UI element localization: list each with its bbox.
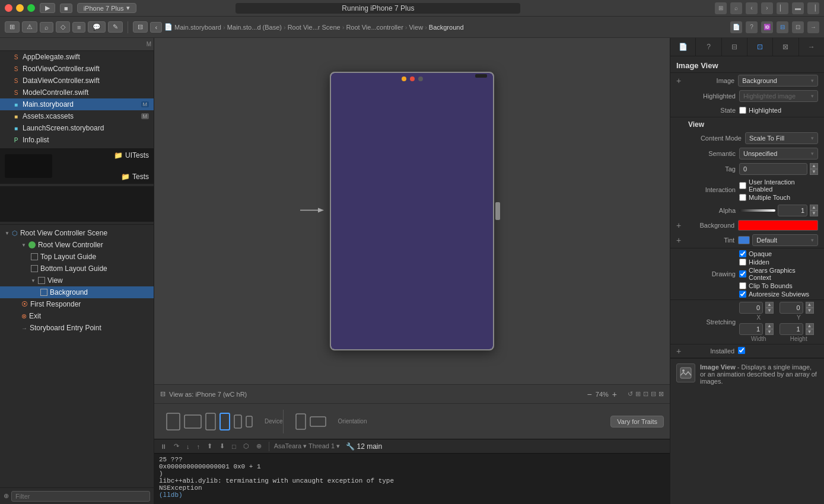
tab-connections[interactable]: → [799, 38, 824, 56]
constraints-icon[interactable]: ⊡ [643, 390, 648, 398]
expand-icon[interactable]: + [676, 76, 681, 85]
bottom-panel-icon[interactable]: ▬ [792, 2, 804, 14]
file-item[interactable]: ■ LaunchScreen.storyboard [0, 122, 154, 134]
breadcrumb-item-1[interactable]: Main.storyboard [174, 24, 221, 31]
debug-simulate-button[interactable]: ⊕ [254, 442, 264, 451]
tag-increment-button[interactable]: ▲ [810, 163, 818, 169]
grid-icon[interactable]: ⊞ [635, 390, 641, 398]
portrait-icon[interactable] [295, 413, 306, 430]
file-item[interactable]: S DataViewController.swift [0, 75, 154, 87]
connections-inspector-icon[interactable]: → [807, 21, 819, 33]
file-item-main-storyboard[interactable]: ■ Main.storyboard M [0, 98, 154, 110]
view-item[interactable]: ▼ View [0, 275, 154, 286]
file-inspector-icon[interactable]: 📄 [730, 21, 742, 33]
debug-step-over-button[interactable]: ↷ [171, 442, 182, 451]
bottom-layout-guide-item[interactable]: Bottom Layout Guide [0, 263, 154, 275]
tab-size[interactable]: ⊠ [773, 38, 798, 56]
breadcrumb-item-4[interactable]: Root Vie...controller [346, 24, 403, 31]
fullscreen-button[interactable] [27, 4, 35, 12]
alpha-increment-button[interactable]: ▲ [810, 205, 818, 210]
device-iphone-small-icon[interactable] [234, 414, 242, 429]
filter-input[interactable] [11, 491, 150, 502]
canvas-toggle-icon[interactable]: ⊟ [160, 390, 166, 398]
uitests-item[interactable]: 📁 UITests [114, 151, 149, 160]
root-view-controller-item[interactable]: ▼ Root View Controller [0, 239, 154, 251]
quick-help-icon[interactable]: ? [746, 21, 758, 33]
alpha-field[interactable] [778, 205, 807, 216]
zoom-out-button[interactable]: − [586, 390, 593, 399]
landscape-icon[interactable] [310, 416, 326, 427]
exit-item[interactable]: ⊗ Exit [0, 310, 154, 322]
debug-up-button[interactable]: ⬆ [205, 442, 215, 451]
tab-file-inspector[interactable]: 📄 [670, 38, 696, 56]
issues-button[interactable]: ⚠ [22, 21, 37, 33]
resize-handle[interactable] [495, 202, 500, 220]
tab-attributes[interactable]: ⊡ [747, 38, 773, 56]
tint-dropdown[interactable]: Default ▾ [752, 234, 818, 246]
stretch-height-decrement[interactable]: ▼ [806, 329, 814, 335]
stretch-height-field[interactable] [780, 323, 803, 335]
comment-button[interactable]: ✎ [108, 21, 123, 33]
alpha-slider[interactable] [739, 209, 775, 212]
autoresize-checkbox[interactable] [739, 291, 746, 298]
highlighted-dropdown[interactable]: Highlighted image ▾ [739, 90, 818, 102]
stretch-x-decrement[interactable]: ▼ [765, 308, 774, 314]
debug-pause-button[interactable]: ⏸ [158, 442, 169, 451]
right-panel-icon[interactable]: ▕ [807, 2, 819, 14]
multiple-touch-checkbox[interactable] [739, 194, 746, 201]
stretch-width-decrement[interactable]: ▼ [765, 329, 774, 335]
stretch-width-increment[interactable]: ▲ [765, 323, 774, 329]
top-layout-guide-item[interactable]: Top Layout Guide [0, 251, 154, 263]
vary-traits-button[interactable]: Vary for Traits [610, 416, 664, 428]
file-item[interactable]: S ModelController.swift [0, 87, 154, 98]
tab-quick-help[interactable]: ? [696, 38, 721, 56]
device-selector[interactable]: iPhone 7 Plus ▾ [77, 3, 136, 13]
debug-down-button[interactable]: ⬇ [217, 442, 227, 451]
refresh-icon[interactable]: ↺ [628, 390, 633, 398]
file-item[interactable]: ■ Assets.xcassets M [0, 110, 154, 122]
tab-identity[interactable]: ⊟ [722, 38, 747, 56]
panel-toggle-icon[interactable]: ⊞ [715, 2, 727, 14]
hidden-checkbox[interactable] [739, 259, 746, 266]
forward-icon[interactable]: › [761, 2, 773, 14]
storyboard-entry-item[interactable]: → Storyboard Entry Point [0, 322, 154, 334]
stretch-y-field[interactable] [780, 302, 803, 314]
file-item[interactable]: P Info.plist [0, 134, 154, 146]
diamond-button[interactable]: ◇ [56, 21, 70, 33]
alpha-decrement-button[interactable]: ▼ [810, 210, 818, 216]
tag-decrement-button[interactable]: ▼ [810, 169, 818, 175]
debug-memory-button[interactable]: ⬡ [241, 442, 252, 451]
stretch-width-field[interactable] [739, 323, 763, 335]
close-button[interactable] [5, 4, 12, 12]
tests-item[interactable]: 📁 Tests [121, 172, 149, 181]
file-item[interactable]: S AppDelegate.swift [0, 51, 154, 63]
breadcrumb-item-6[interactable]: Background [429, 24, 464, 31]
play-button[interactable]: ▶ [40, 3, 55, 13]
breadcrumb-item-2[interactable]: Main.sto...d (Base) [227, 24, 282, 31]
background-expand-icon[interactable]: + [676, 221, 681, 230]
device-ipad-landscape-icon[interactable] [184, 414, 202, 429]
file-item[interactable]: S RootViewController.swift [0, 63, 154, 75]
device-ipad-icon[interactable] [166, 413, 180, 430]
left-panel-icon[interactable]: ▏ [777, 2, 788, 14]
speech-button[interactable]: 💬 [88, 21, 106, 33]
identity-inspector-icon[interactable]: 🆔 [761, 21, 773, 33]
debug-step-in-button[interactable]: ↓ [184, 442, 192, 451]
clip-to-bounds-checkbox[interactable] [739, 282, 746, 289]
align-icon[interactable]: ⊟ [651, 390, 656, 398]
attributes-inspector-icon[interactable]: ⊟ [777, 21, 788, 33]
semantic-dropdown[interactable]: Unspecified ▾ [739, 148, 818, 160]
canvas-content[interactable] [154, 38, 670, 384]
device-iphone-icon[interactable] [205, 413, 216, 430]
stretch-y-increment[interactable]: ▲ [806, 302, 814, 308]
grid-view-button[interactable]: ⊞ [5, 21, 20, 33]
first-responder-item[interactable]: ⦿ First Responder [0, 298, 154, 310]
tint-color-swatch[interactable] [738, 236, 750, 244]
debug-view-hierarchy-button[interactable]: □ [230, 442, 238, 451]
background-item[interactable]: Background [0, 286, 154, 298]
content-mode-dropdown[interactable]: Scale To Fill ▾ [745, 132, 818, 144]
background-color-swatch[interactable] [738, 220, 818, 231]
distribute-icon[interactable]: ⊠ [658, 390, 664, 398]
installed-checkbox[interactable] [738, 347, 745, 354]
image-dropdown[interactable]: Background ▾ [738, 75, 818, 87]
